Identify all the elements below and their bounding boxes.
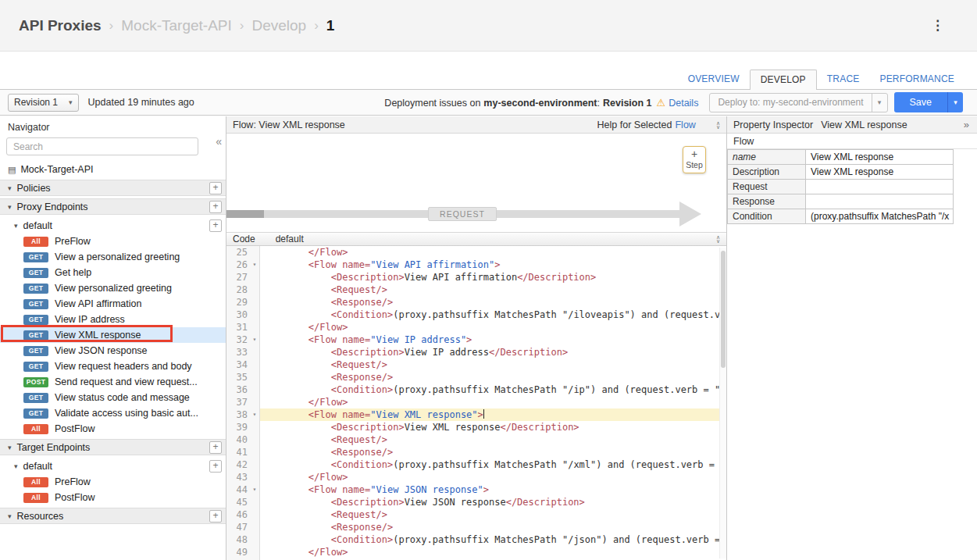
nav-flow-view-a-personalized-greeting[interactable]: GETView a personalized greeting [0, 249, 226, 265]
code-line[interactable]: 41 <Response/> [226, 446, 726, 458]
nav-group-default[interactable]: ▾default+ [0, 458, 226, 474]
nav-flow-view-api-affirmation[interactable]: GETView API affirmation [0, 296, 226, 312]
code-token [263, 409, 308, 420]
nav-flow-postflow[interactable]: AllPostFlow [0, 490, 226, 505]
fold-caret-icon[interactable]: ▾ [250, 259, 260, 271]
nav-section-policies[interactable]: ▾Policies+ [0, 180, 226, 196]
proxy-icon: ▤ [8, 165, 16, 175]
code-line[interactable]: 36 <Condition>(proxy.pathsuffix MatchesP… [226, 383, 726, 396]
code-line[interactable]: 37 </Flow> [226, 396, 726, 408]
nav-flow-get-help[interactable]: GETGet help [0, 265, 226, 280]
code-line[interactable]: 35 <Response/> [226, 371, 726, 383]
code-token [263, 422, 331, 433]
property-value[interactable]: (proxy.pathsuffix MatchesPath "/x [806, 209, 954, 224]
details-link[interactable]: Details [669, 98, 698, 109]
code-editor[interactable]: 25 </Flow>26▾ <Flow name="View API affir… [226, 246, 726, 560]
code-line[interactable]: 44▾ <Flow name="View JSON response"> [226, 483, 726, 496]
code-line[interactable]: 46 <Request/> [226, 508, 726, 521]
add-default-button[interactable]: + [209, 460, 222, 473]
property-value[interactable]: View XML response [806, 150, 954, 165]
add-default-button[interactable]: + [209, 219, 222, 232]
nav-flow-label: View XML response [55, 330, 141, 341]
nav-flow-postflow[interactable]: AllPostFlow [0, 421, 226, 437]
add-step-button[interactable]: + Step [683, 146, 706, 173]
save-menu-button[interactable]: ▾ [947, 92, 963, 112]
code-line[interactable]: 32▾ <Flow name="View IP address"> [226, 334, 726, 346]
line-number: 36 [226, 383, 250, 396]
code-token: <Request/> [331, 284, 387, 295]
code-line[interactable]: 27 <Description>View API affirmation</De… [226, 271, 726, 284]
search-input[interactable] [6, 137, 198, 155]
code-line[interactable]: 33 <Description>View IP address</Descrip… [226, 346, 726, 358]
code-line[interactable]: 48 <Condition>(proxy.pathsuffix MatchesP… [226, 533, 726, 546]
property-value[interactable] [806, 194, 954, 209]
code-line[interactable]: 25 </Flow> [226, 246, 726, 259]
nav-group-default[interactable]: ▾default+ [0, 217, 226, 234]
nav-flow-preflow[interactable]: AllPreFlow [0, 234, 226, 249]
nav-flow-send-request-and-view-request[interactable]: POSTSend request and view request... [0, 374, 226, 390]
property-value[interactable] [806, 180, 954, 194]
collapse-code-panel-control[interactable]: ∧∨ [716, 235, 720, 243]
nav-flow-view-status-code-and-message[interactable]: GETView status code and message [0, 390, 226, 405]
flow-panel-header: Flow: View XML response Help for Selecte… [226, 116, 726, 134]
revision-select[interactable]: Revision 1 ▾ [8, 94, 79, 112]
code-line[interactable]: 29 <Response/> [226, 296, 726, 309]
code-token: View API affirmation [405, 272, 518, 283]
deploy-to-select[interactable]: Deploy to: my-second-environment ▾ [709, 93, 887, 112]
more-menu-icon[interactable]: ⋮ [931, 17, 944, 34]
plus-icon: + [691, 148, 697, 160]
caret-down-icon[interactable]: ▾ [872, 94, 887, 112]
nav-section-target-endpoints[interactable]: ▾Target Endpoints+ [0, 439, 226, 455]
code-line[interactable]: 26▾ <Flow name="View API affirmation"> [226, 259, 726, 271]
nav-flow-view-personalized-greeting[interactable]: GETView personalized greeting [0, 280, 226, 296]
add-proxy-endpoints-button[interactable]: + [209, 201, 222, 213]
code-token: <Request/> [331, 509, 387, 520]
nav-flow-view-xml-response[interactable]: GETView XML response [0, 327, 226, 343]
nav-flow-label: View JSON response [55, 345, 148, 356]
nav-section-resources[interactable]: ▾Resources+ [0, 508, 226, 524]
breadcrumb-api-proxies[interactable]: API Proxies [19, 17, 102, 34]
fold-caret-icon[interactable]: ▾ [250, 334, 260, 346]
nav-flow-preflow[interactable]: AllPreFlow [0, 474, 226, 490]
code-line[interactable]: 28 <Request/> [226, 284, 726, 296]
breadcrumb-proxy-name[interactable]: Mock-Target-API [121, 17, 231, 34]
resize-flow-panel-control[interactable]: ∧∨ [716, 121, 720, 129]
code-line[interactable]: 49 </Flow> [226, 546, 726, 558]
code-line[interactable]: 38▾ <Flow name="View XML response"> [226, 408, 726, 421]
add-resources-button[interactable]: + [209, 510, 222, 523]
code-line[interactable]: 40 <Request/> [226, 433, 726, 446]
code-line[interactable]: 42 <Condition>(proxy.pathsuffix MatchesP… [226, 458, 726, 471]
nav-section-proxy-endpoints[interactable]: ▾Proxy Endpoints+ [0, 198, 226, 215]
fold-caret-icon[interactable]: ▾ [250, 408, 260, 421]
fold-caret-icon[interactable]: ▾ [250, 483, 260, 496]
breadcrumb-develop[interactable]: Develop [251, 17, 306, 34]
code-token: <Flow name= [308, 259, 370, 270]
tab-performance[interactable]: PERFORMANCE [869, 70, 965, 89]
code-line[interactable]: 30 <Condition>(proxy.pathsuffix MatchesP… [226, 309, 726, 321]
collapse-navigator-icon[interactable]: « [216, 135, 222, 148]
scrollbar-thumb[interactable] [721, 251, 726, 368]
nav-item-proxy-root[interactable]: ▤ Mock-Target-API [0, 162, 226, 177]
nav-flow-label: View personalized greeting [55, 283, 172, 294]
code-line[interactable]: 47 <Response/> [226, 521, 726, 533]
nav-flow-view-request-headers-and-body[interactable]: GETView request headers and body [0, 358, 226, 374]
tab-trace[interactable]: TRACE [817, 70, 870, 89]
save-button[interactable]: Save [894, 92, 948, 112]
expand-panel-icon[interactable]: » [964, 119, 969, 130]
nav-flow-view-ip-address[interactable]: GETView IP address [0, 312, 226, 327]
tab-develop[interactable]: DEVELOP [750, 70, 817, 90]
add-target-endpoints-button[interactable]: + [209, 441, 222, 454]
code-line[interactable]: 31 </Flow> [226, 321, 726, 334]
code-line[interactable]: 39 <Description>View XML response</Descr… [226, 421, 726, 433]
vertical-scrollbar[interactable] [719, 248, 726, 558]
code-line[interactable]: 34 <Request/> [226, 358, 726, 371]
nav-flow-validate-access-using-basic-aut[interactable]: GETValidate access using basic aut... [0, 405, 226, 421]
help-flow-link[interactable]: Flow [675, 119, 695, 130]
code-line[interactable]: 45 <Description>View JSON response</Desc… [226, 496, 726, 508]
flow-diagram-canvas[interactable]: + Step REQUEST [226, 134, 726, 232]
property-value[interactable]: View XML response [806, 165, 954, 180]
code-line[interactable]: 43 </Flow> [226, 471, 726, 483]
tab-overview[interactable]: OVERVIEW [678, 70, 750, 89]
nav-flow-view-json-response[interactable]: GETView JSON response [0, 343, 226, 358]
add-policies-button[interactable]: + [209, 182, 222, 194]
